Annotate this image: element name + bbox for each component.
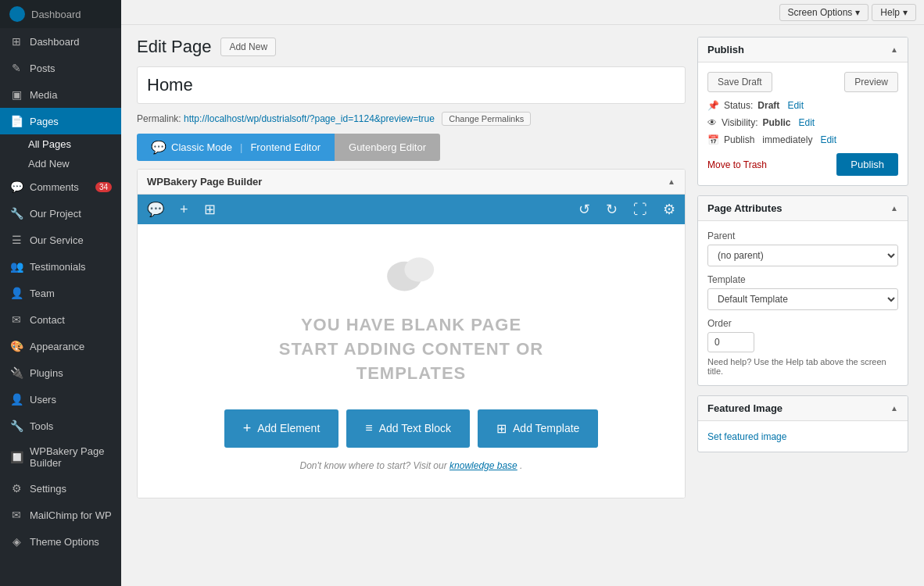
gutenberg-editor-button[interactable]: Gutenberg Editor [335, 134, 440, 161]
appearance-icon: 🎨 [9, 339, 23, 353]
sidebar-item-theme-options[interactable]: ◈ Theme Options [0, 528, 121, 555]
sidebar-item-our-project[interactable]: 🔧 Our Project [0, 200, 121, 227]
wpbakery-redo-icon[interactable]: ↻ [606, 201, 618, 218]
sidebar-item-tools[interactable]: 🔧 Tools [0, 413, 121, 439]
set-featured-image-link[interactable]: Set featured image [707, 431, 786, 442]
sidebar-item-plugins[interactable]: 🔌 Plugins [0, 359, 121, 386]
sidebar-item-media[interactable]: ▣ Media [0, 81, 121, 108]
sidebar: Dashboard ⊞ Dashboard ✎ Posts ▣ Media 📄 … [0, 0, 121, 586]
template-select[interactable]: Default Template [707, 288, 898, 310]
sidebar-label-comments: Comments [30, 181, 79, 193]
featured-image-header[interactable]: Featured Image ▲ [698, 396, 908, 421]
wpbakery-undo-icon[interactable]: ↺ [578, 201, 590, 218]
parent-select[interactable]: (no parent) [707, 245, 898, 266]
sidebar-item-posts[interactable]: ✎ Posts [0, 55, 121, 81]
sidebar-item-wpbakery[interactable]: 🔲 WPBakery Page Builder [0, 439, 121, 475]
sidebar-item-dashboard[interactable]: ⊞ Dashboard [0, 28, 121, 55]
add-new-button[interactable]: Add New [220, 38, 276, 56]
testimonials-icon: 👥 [9, 259, 23, 273]
screen-options-button[interactable]: Screen Options ▾ [779, 4, 869, 21]
sidebar-label-media: Media [30, 89, 57, 101]
sidebar-logo[interactable]: Dashboard [0, 0, 121, 28]
classic-mode-button[interactable]: 💬 Classic Mode | Frontend Editor [137, 134, 335, 161]
sidebar-item-mailchimp[interactable]: ✉ MailChimp for WP [0, 502, 121, 528]
pages-icon: 📄 [9, 114, 23, 128]
tools-icon: 🔧 [9, 419, 23, 433]
classic-mode-label: Classic Mode [171, 141, 232, 153]
sidebar-label-tools: Tools [30, 420, 53, 432]
template-label: Template [707, 274, 898, 285]
publish-box-title: Publish [707, 44, 744, 55]
sidebar-label-dashboard: Dashboard [30, 36, 80, 48]
order-label: Order [707, 318, 898, 329]
add-element-button[interactable]: + Add Element [224, 409, 339, 448]
wpbakery-toolbar: 💬 + ⊞ ↺ ↻ ⛶ ⚙ [138, 195, 685, 224]
all-pages-label: All Pages [28, 138, 71, 150]
attributes-collapse-arrow: ▲ [890, 204, 898, 213]
page-attributes-header[interactable]: Page Attributes ▲ [698, 196, 908, 221]
settings-icon: ⚙ [9, 481, 23, 495]
wpbakery-chat-icon[interactable]: 💬 [147, 201, 164, 218]
sidebar-label-our-project: Our Project [30, 208, 81, 220]
publish-box-header[interactable]: Publish ▲ [698, 38, 908, 63]
publish-time-edit-link[interactable]: Edit [820, 134, 836, 145]
classic-mode-icon: 💬 [151, 140, 167, 155]
publish-collapse-arrow: ▲ [890, 45, 898, 54]
sidebar-item-team[interactable]: 👤 Team [0, 280, 121, 306]
wpbakery-content: YOU HAVE BLANK PAGESTART ADDING CONTENT … [138, 224, 685, 498]
status-edit-link[interactable]: Edit [787, 100, 804, 111]
sidebar-item-all-pages[interactable]: All Pages [22, 134, 121, 154]
sidebar-item-add-new-page[interactable]: Add New [22, 154, 121, 173]
help-button[interactable]: Help ▾ [872, 4, 916, 21]
wpbakery-fullscreen-icon[interactable]: ⛶ [633, 202, 647, 218]
sidebar-item-comments[interactable]: 💬 Comments 34 [0, 173, 121, 200]
page-attributes-body: Parent (no parent) Template Default Temp… [698, 221, 908, 385]
knowledge-base-link[interactable]: knowledge base [449, 460, 518, 471]
wpbakery-add-icon[interactable]: + [180, 202, 188, 218]
eye-icon: 👁 [707, 117, 717, 128]
screen-options-label: Screen Options [788, 7, 853, 18]
move-to-trash-link[interactable]: Move to Trash [707, 159, 767, 170]
add-template-icon: ⊞ [496, 421, 507, 436]
permalink-url[interactable]: http://localhost/wp/dustrialsoft/?page_i… [184, 113, 435, 124]
add-template-button[interactable]: ⊞ Add Template [478, 409, 598, 448]
sidebar-label-posts: Posts [30, 63, 56, 74]
sidebar-item-testimonials[interactable]: 👥 Testimonials [0, 253, 121, 280]
main-content: Screen Options ▾ Help ▾ Edit Page Add Ne… [121, 0, 924, 586]
help-text: Don't know where to start? Visit our kno… [300, 460, 523, 471]
mailchimp-icon: ✉ [9, 508, 23, 522]
add-element-label: Add Element [257, 422, 320, 434]
sidebar-label-wpbakery: WPBakery Page Builder [30, 445, 112, 469]
sidebar-item-appearance[interactable]: 🎨 Appearance [0, 333, 121, 359]
save-draft-button[interactable]: Save Draft [707, 72, 772, 92]
theme-options-icon: ◈ [9, 534, 23, 548]
publish-button[interactable]: Publish [836, 153, 898, 176]
users-icon: 👤 [9, 392, 23, 406]
preview-button[interactable]: Preview [844, 72, 898, 92]
publish-time-row: 📅 Publish immediately Edit [707, 134, 898, 145]
wpbakery-title: WPBakery Page Builder [147, 176, 262, 188]
change-permalinks-button[interactable]: Change Permalinks [442, 112, 531, 126]
wordpress-icon [9, 6, 25, 22]
add-template-label: Add Template [513, 422, 579, 434]
wpbakery-settings-icon[interactable]: ⚙ [663, 201, 675, 218]
status-row: 📌 Status: Draft Edit [707, 100, 898, 111]
sidebar-item-pages[interactable]: 📄 Pages [0, 108, 121, 134]
wpbakery-collapse-arrow[interactable]: ▲ [668, 177, 675, 186]
sidebar-item-settings[interactable]: ⚙ Settings [0, 475, 121, 502]
sidebar-item-contact[interactable]: ✉ Contact [0, 306, 121, 333]
page-title-input[interactable] [147, 75, 675, 95]
add-text-block-button[interactable]: ≡ Add Text Block [346, 409, 470, 448]
sidebar-item-users[interactable]: 👤 Users [0, 386, 121, 413]
visibility-edit-link[interactable]: Edit [798, 117, 815, 128]
site-name: Dashboard [31, 9, 81, 20]
order-input[interactable] [707, 332, 754, 352]
add-text-block-icon: ≡ [365, 421, 372, 435]
featured-image-collapse-arrow: ▲ [890, 404, 898, 413]
sidebar-label-theme-options: Theme Options [30, 536, 99, 548]
right-panel: Publish ▲ Save Draft Preview 📌 Status: D… [697, 37, 908, 574]
content-area: Edit Page Add New Permalink: http://loca… [121, 25, 924, 586]
status-label: Status: [724, 100, 753, 111]
wpbakery-grid-icon[interactable]: ⊞ [204, 201, 216, 218]
sidebar-item-our-service[interactable]: ☰ Our Service [0, 227, 121, 253]
